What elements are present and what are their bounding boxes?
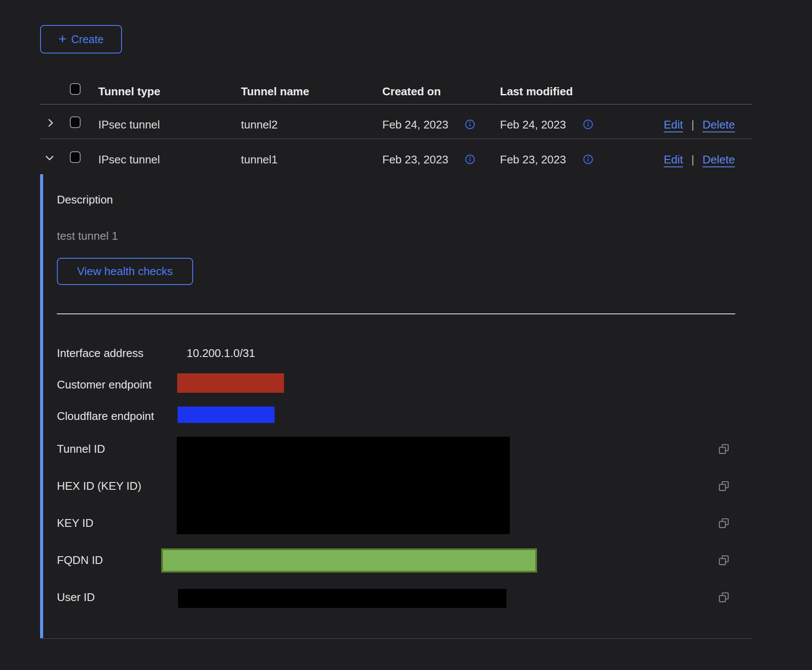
- copy-icon[interactable]: [718, 443, 730, 455]
- field-label-fqdn-id: FQDN ID: [57, 553, 103, 567]
- field-label-interface-address: Interface address: [57, 346, 144, 360]
- description-label: Description: [57, 193, 113, 207]
- row-checkbox[interactable]: [70, 116, 81, 128]
- row-divider: [40, 138, 752, 139]
- delete-link[interactable]: Delete: [703, 118, 735, 131]
- tunnels-page: + Create Tunnel type Tunnel name Created…: [0, 0, 812, 670]
- column-header-tunnel-type: Tunnel type: [98, 85, 160, 98]
- column-header-last-modified: Last modified: [500, 85, 573, 98]
- select-all-checkbox[interactable]: [70, 83, 81, 95]
- expanded-row-border: [40, 174, 43, 639]
- info-icon[interactable]: [583, 154, 593, 165]
- row-checkbox[interactable]: [70, 151, 81, 163]
- redacted-user-id: [178, 589, 506, 608]
- delete-link[interactable]: Delete: [703, 153, 735, 166]
- field-label-key-id: KEY ID: [57, 516, 94, 530]
- edit-link[interactable]: Edit: [664, 153, 683, 166]
- copy-icon[interactable]: [718, 554, 730, 566]
- create-button-label: Create: [71, 33, 103, 46]
- cell-tunnel-name: tunnel1: [241, 153, 278, 166]
- copy-icon[interactable]: [718, 480, 730, 492]
- cell-created-on: Feb 24, 2023: [382, 118, 448, 131]
- redacted-cloudflare-endpoint: [178, 407, 275, 423]
- copy-icon[interactable]: [718, 517, 730, 529]
- column-header-tunnel-name: Tunnel name: [241, 85, 309, 98]
- create-button[interactable]: + Create: [40, 25, 122, 53]
- cell-last-modified: Feb 24, 2023: [500, 118, 566, 131]
- edit-link[interactable]: Edit: [664, 118, 683, 131]
- header-divider: [40, 104, 752, 105]
- cell-last-modified: Feb 23, 2023: [500, 153, 566, 166]
- view-health-checks-label: View health checks: [77, 265, 173, 278]
- field-label-user-id: User ID: [57, 590, 95, 604]
- field-value-interface-address: 10.200.1.0/31: [187, 346, 255, 360]
- view-health-checks-button[interactable]: View health checks: [57, 258, 193, 285]
- field-label-customer-endpoint: Customer endpoint: [57, 378, 152, 391]
- copy-icon[interactable]: [718, 592, 730, 603]
- redacted-fqdn-id: [161, 548, 537, 573]
- plus-icon: +: [59, 32, 67, 46]
- field-label-hex-id: HEX ID (KEY ID): [57, 479, 141, 493]
- description-value: test tunnel 1: [57, 229, 118, 243]
- field-label-cloudflare-endpoint: Cloudflare endpoint: [57, 409, 154, 423]
- cell-created-on: Feb 23, 2023: [382, 153, 448, 166]
- info-icon[interactable]: [465, 154, 475, 165]
- info-icon[interactable]: [465, 119, 475, 130]
- column-header-created-on: Created on: [382, 85, 441, 98]
- cell-tunnel-name: tunnel2: [241, 118, 278, 131]
- redacted-customer-endpoint: [177, 373, 284, 393]
- field-label-tunnel-id: Tunnel ID: [57, 442, 105, 456]
- chevron-down-icon[interactable]: [44, 152, 55, 163]
- cell-tunnel-type: IPsec tunnel: [98, 153, 160, 166]
- action-separator: |: [691, 118, 694, 131]
- chevron-right-icon[interactable]: [45, 117, 56, 128]
- action-separator: |: [691, 153, 694, 166]
- section-divider: [57, 313, 735, 314]
- cell-tunnel-type: IPsec tunnel: [98, 118, 160, 131]
- row-divider: [40, 638, 752, 639]
- info-icon[interactable]: [583, 119, 593, 130]
- redacted-id-values: [177, 437, 510, 534]
